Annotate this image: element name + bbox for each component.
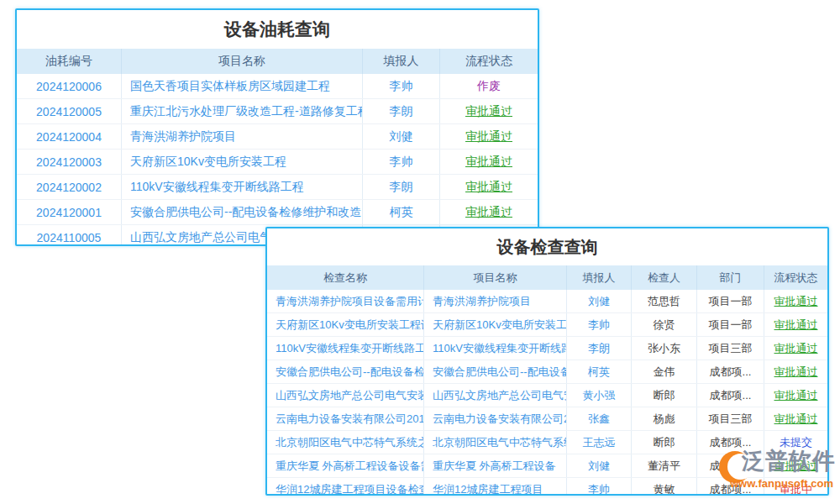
fuel-cell-id[interactable]: 2024120001 — [17, 200, 122, 224]
fuel-cell-project-link[interactable]: 110kV安徽线程集变开断线路工程 — [122, 175, 363, 199]
inspection-col-header-name: 检查名称 — [267, 265, 424, 290]
inspection-table-row: 天府新区10Kv变电所安装工程设备 天府新区10Kv变电所安装工程 李帅 徐贤 … — [267, 313, 827, 337]
fuel-cell-status[interactable]: 审批通过 — [440, 175, 538, 199]
inspection-cell-reporter: 李帅 — [567, 313, 632, 336]
inspection-col-header-inspector: 检查人 — [632, 265, 697, 290]
fuel-cell-project-link[interactable]: 国色天香项目实体样板房区域园建工程 — [122, 74, 363, 98]
fuel-cell-reporter: 柯英 — [363, 200, 440, 224]
inspection-cell-name-link[interactable]: 云南电力设备安装有限公司2019--2 — [267, 407, 424, 430]
fuel-query-window: 设备油耗查询 油耗编号 项目名称 填报人 流程状态 2024120006 国色天… — [15, 8, 539, 246]
inspection-cell-inspector: 张小东 — [632, 337, 697, 360]
fuel-col-header-reporter: 填报人 — [363, 49, 440, 74]
fuel-cell-status[interactable]: 审批通过 — [440, 99, 538, 123]
fuel-table-row: 2024120002 110kV安徽线程集变开断线路工程 李朗 审批通过 — [17, 175, 538, 200]
fuel-cell-reporter: 刘健 — [363, 124, 440, 149]
fuel-cell-status[interactable]: 审批通过 — [440, 150, 538, 174]
inspection-cell-status[interactable]: 审批通过 — [764, 337, 827, 360]
inspection-cell-dept: 项目一部 — [697, 313, 764, 336]
inspection-cell-inspector: 杨彪 — [632, 407, 697, 430]
fuel-cell-status[interactable]: 审批通过 — [440, 200, 538, 224]
fuel-cell-reporter: 李帅 — [363, 74, 440, 98]
fuel-table-row: 2024120006 国色天香项目实体样板房区域园建工程 李帅 作废 — [17, 74, 538, 99]
fuel-table-row: 2024120005 重庆江北污水处理厂级改造工程-道路修复工程 李朗 审批通过 — [17, 99, 538, 124]
inspection-window-title: 设备检查查询 — [267, 228, 827, 265]
inspection-cell-inspector: 断郎 — [632, 384, 697, 407]
inspection-cell-status[interactable]: 审批通过 — [764, 313, 827, 336]
inspection-cell-reporter: 柯英 — [567, 360, 632, 383]
inspection-cell-reporter: 王志远 — [567, 431, 632, 454]
inspection-table-row: 安徽合肥供电公司--配电设备检修维 安徽合肥供电公司--配电设备检修 柯英 金伟… — [267, 360, 827, 384]
inspection-table-row: 云南电力设备安装有限公司2019--2 云南电力设备安装有限公司2019 张鑫 … — [267, 407, 827, 431]
inspection-cell-reporter: 刘健 — [567, 454, 632, 477]
inspection-cell-inspector: 断郎 — [632, 431, 697, 454]
inspection-table-row: 110kV安徽线程集变开断线路工程设 110kV安徽线程集变开断线路工程 李朗 … — [267, 337, 827, 360]
inspection-cell-name-link[interactable]: 天府新区10Kv变电所安装工程设备 — [267, 313, 424, 336]
inspection-cell-reporter: 李帅 — [567, 478, 632, 496]
inspection-cell-name-link[interactable]: 山西弘文房地产总公司电气安装工 — [267, 384, 424, 407]
fuel-table-header: 油耗编号 项目名称 填报人 流程状态 — [17, 49, 538, 74]
inspection-cell-inspector: 金伟 — [632, 360, 697, 383]
inspection-cell-inspector: 范思哲 — [632, 290, 697, 312]
inspection-cell-project-link[interactable]: 110kV安徽线程集变开断线路工程 — [424, 337, 567, 360]
fuel-table-body: 2024120006 国色天香项目实体样板房区域园建工程 李帅 作废 20241… — [17, 74, 538, 246]
fuel-cell-project-link[interactable]: 重庆江北污水处理厂级改造工程-道路修复工程 — [122, 99, 363, 123]
inspection-cell-project-link[interactable]: 北京朝阳区电气中芯特气系统 — [424, 431, 567, 454]
fuel-cell-status[interactable]: 审批通过 — [440, 124, 538, 149]
inspection-cell-project-link[interactable]: 云南电力设备安装有限公司2019 — [424, 407, 567, 430]
fuel-cell-id[interactable]: 2024120006 — [17, 74, 122, 98]
inspection-cell-dept: 项目三部 — [697, 337, 764, 360]
inspection-cell-project-link[interactable]: 山西弘文房地产总公司电气安装 — [424, 384, 567, 407]
inspection-table-row: 青海洪湖养护院项目设备需用计划 青海洪湖养护院项目 刘健 范思哲 项目一部 审批… — [267, 290, 827, 313]
fuel-cell-project-link[interactable]: 安徽合肥供电公司--配电设备检修维护和改造 — [122, 200, 363, 224]
inspection-cell-dept: 项目一部 — [697, 290, 764, 312]
inspection-table-row: 山西弘文房地产总公司电气安装工 山西弘文房地产总公司电气安装 黄小强 断郎 成都… — [267, 384, 827, 407]
fuel-col-header-status: 流程状态 — [440, 49, 538, 74]
inspection-cell-inspector: 黄敏 — [632, 478, 697, 496]
inspection-cell-dept: 项目三部 — [697, 407, 764, 430]
inspection-cell-project-link[interactable]: 青海洪湖养护院项目 — [424, 290, 567, 312]
fuel-table-row: 2024120001 安徽合肥供电公司--配电设备检修维护和改造 柯英 审批通过 — [17, 200, 538, 225]
inspection-cell-dept: 成都项... — [697, 360, 764, 383]
inspection-cell-status[interactable]: 审批通过 — [764, 407, 827, 430]
fuel-cell-id[interactable]: 2024120005 — [17, 99, 122, 123]
inspection-cell-status[interactable]: 审批通过 — [764, 290, 827, 312]
fuel-cell-status[interactable]: 作废 — [440, 74, 538, 98]
fuel-cell-reporter: 李帅 — [363, 150, 440, 174]
inspection-cell-name-link[interactable]: 北京朝阳区电气中芯特气系统之GIS — [267, 431, 424, 454]
inspection-cell-reporter: 李朗 — [567, 337, 632, 360]
inspection-table-header: 检查名称 项目名称 填报人 检查人 部门 流程状态 — [267, 265, 827, 290]
inspection-cell-status[interactable]: 审批通过 — [764, 384, 827, 407]
fanpu-watermark: 泛普软件 www.fanpusoft.com — [719, 444, 837, 496]
inspection-cell-project-link[interactable]: 重庆华夏 外高桥工程设备 — [424, 454, 567, 477]
fanpu-website-url: www.fanpusoft.com — [730, 477, 833, 490]
inspection-cell-reporter: 张鑫 — [567, 407, 632, 430]
inspection-cell-inspector: 徐贤 — [632, 313, 697, 336]
inspection-cell-name-link[interactable]: 110kV安徽线程集变开断线路工程设 — [267, 337, 424, 360]
inspection-cell-dept: 成都项... — [697, 384, 764, 407]
fuel-cell-id[interactable]: 2024120002 — [17, 175, 122, 199]
inspection-col-header-dept: 部门 — [697, 265, 764, 290]
fuel-cell-reporter: 李朗 — [363, 175, 440, 199]
inspection-cell-project-link[interactable]: 安徽合肥供电公司--配电设备检修 — [424, 360, 567, 383]
inspection-col-header-reporter: 填报人 — [567, 265, 632, 290]
inspection-cell-name-link[interactable]: 华润12城房建工程项目设备检查2 — [267, 478, 424, 496]
inspection-cell-name-link[interactable]: 青海洪湖养护院项目设备需用计划 — [267, 290, 424, 312]
inspection-col-header-status: 流程状态 — [764, 265, 827, 290]
inspection-cell-project-link[interactable]: 天府新区10Kv变电所安装工程 — [424, 313, 567, 336]
inspection-cell-name-link[interactable]: 安徽合肥供电公司--配电设备检修维 — [267, 360, 424, 383]
inspection-cell-name-link[interactable]: 重庆华夏 外高桥工程设备设备需用 — [267, 454, 424, 477]
inspection-cell-inspector: 董清平 — [632, 454, 697, 477]
fuel-cell-project-link[interactable]: 青海洪湖养护院项目 — [122, 124, 363, 149]
fuel-cell-project-link[interactable]: 天府新区10Kv变电所安装工程 — [122, 150, 363, 174]
fuel-cell-id[interactable]: 2024120003 — [17, 150, 122, 174]
inspection-cell-reporter: 刘健 — [567, 290, 632, 312]
inspection-col-header-project: 项目名称 — [424, 265, 567, 290]
fuel-cell-id[interactable]: 2024110005 — [17, 225, 122, 246]
fuel-col-header-project: 项目名称 — [122, 49, 363, 74]
fuel-table-row: 2024120003 天府新区10Kv变电所安装工程 李帅 审批通过 — [17, 150, 538, 175]
fuel-window-title: 设备油耗查询 — [17, 10, 538, 49]
fuel-cell-id[interactable]: 2024120004 — [17, 124, 122, 149]
inspection-cell-reporter: 黄小强 — [567, 384, 632, 407]
inspection-cell-project-link[interactable]: 华润12城房建工程项目 — [424, 478, 567, 496]
inspection-cell-status[interactable]: 审批通过 — [764, 360, 827, 383]
